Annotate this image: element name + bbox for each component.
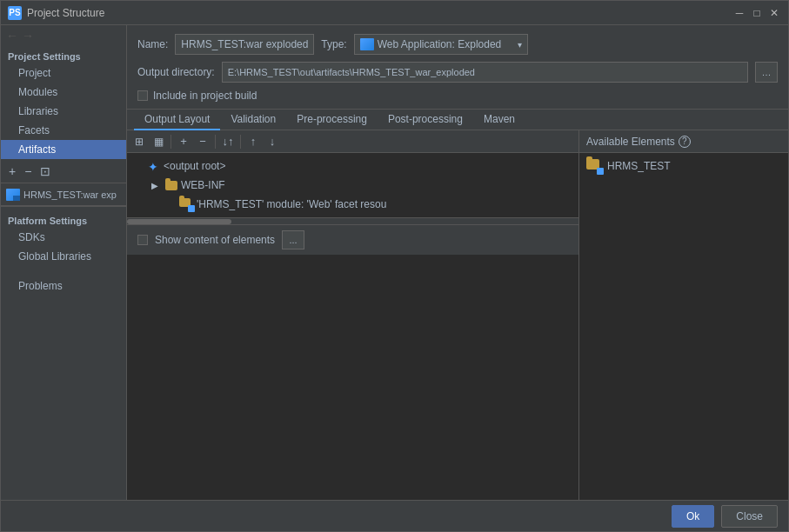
sort-btn[interactable]: ↓↑ <box>219 133 237 150</box>
tab-pre-processing[interactable]: Pre-processing <box>286 110 378 130</box>
tab-maven[interactable]: Maven <box>473 110 525 130</box>
sidebar-item-libraries[interactable]: Libraries <box>1 102 126 121</box>
sidebar-item-global-libraries[interactable]: Global Libraries <box>1 247 126 266</box>
toolbar-separator2 <box>215 135 216 149</box>
type-icon <box>360 38 374 50</box>
horizontal-scrollbar[interactable] <box>127 217 578 224</box>
sidebar-item-modules[interactable]: Modules <box>1 83 126 102</box>
show-structure-btn[interactable]: ▦ <box>150 133 167 150</box>
artifact-form: Name: Type: Web Application: Exploded ▾ … <box>127 25 788 110</box>
tree-node-output-root[interactable]: ✦ <output root> <box>127 156 578 176</box>
scrollbar-thumb <box>127 219 231 224</box>
help-icon[interactable]: ? <box>679 136 691 148</box>
sidebar-item-artifacts[interactable]: Artifacts <box>1 140 126 159</box>
artifact-item[interactable]: HRMS_TEST:war exp <box>1 183 126 206</box>
sidebar: ← → Project Settings Project Modules Lib… <box>1 25 127 500</box>
type-dropdown-arrow: ▾ <box>518 40 522 50</box>
include-build-checkbox[interactable] <box>137 90 148 101</box>
name-type-row: Name: Type: Web Application: Exploded ▾ <box>137 34 778 55</box>
output-root-icon: ✦ <box>148 160 160 172</box>
content-area: ← → Project Settings Project Modules Lib… <box>1 25 788 500</box>
tab-output-layout[interactable]: Output Layout <box>134 110 220 130</box>
module-icon <box>179 198 193 210</box>
show-content-bar: Show content of elements ... <box>127 224 578 255</box>
add-artifact-button[interactable]: + <box>6 163 18 179</box>
move-down-btn[interactable]: ↓ <box>264 133 281 150</box>
available-item-label: HRMS_TEST <box>607 160 671 172</box>
show-output-structure-btn[interactable]: ⊞ <box>130 133 148 150</box>
tree-area: ⊞ ▦ + − ↓↑ ↑ ↓ <box>127 130 788 500</box>
remove-artifact-button[interactable]: − <box>22 163 34 179</box>
add-element-btn[interactable]: + <box>175 133 192 150</box>
tab-post-processing[interactable]: Post-processing <box>378 110 473 130</box>
show-content-options-btn[interactable]: ... <box>282 230 304 249</box>
window-icon: PS <box>8 6 22 20</box>
forward-button[interactable]: → <box>22 29 34 43</box>
sidebar-item-project[interactable]: Project <box>1 63 126 83</box>
sidebar-nav-buttons: ← → <box>1 25 126 46</box>
back-button[interactable]: ← <box>6 29 18 43</box>
main-panel: Name: Type: Web Application: Exploded ▾ … <box>127 25 788 500</box>
show-content-checkbox[interactable] <box>137 235 148 245</box>
type-label: Type: <box>321 38 346 50</box>
tree-panel: ⊞ ▦ + − ↓↑ ↑ ↓ <box>127 130 579 500</box>
web-inf-label: WEB-INF <box>181 179 225 191</box>
platform-settings-section: Platform Settings SDKs Global Libraries … <box>1 206 126 296</box>
toolbar-separator <box>171 135 171 149</box>
minimize-button[interactable]: ─ <box>732 6 746 20</box>
move-up-btn[interactable]: ↑ <box>244 133 262 150</box>
artifact-icon <box>6 189 20 201</box>
tree-content: ✦ <output root> ▶ WEB-INF <box>127 153 578 217</box>
sidebar-item-sdks[interactable]: SDKs <box>1 228 126 247</box>
platform-settings-label: Platform Settings <box>1 210 126 228</box>
tree-toolbar: ⊞ ▦ + − ↓↑ ↑ ↓ <box>127 130 578 153</box>
close-button-footer[interactable]: Close <box>721 505 778 528</box>
title-bar-controls: ─ □ ✕ <box>732 6 781 20</box>
maximize-button[interactable]: □ <box>750 6 764 20</box>
copy-artifact-button[interactable]: ⊡ <box>37 163 53 179</box>
name-label: Name: <box>137 38 168 50</box>
include-build-row: Include in project build <box>137 90 778 102</box>
tree-node-web-inf[interactable]: ▶ WEB-INF <box>127 176 578 195</box>
hrms-module-label: 'HRMS_TEST' module: 'Web' facet resou <box>197 198 386 210</box>
close-button[interactable]: ✕ <box>767 6 781 20</box>
name-input[interactable] <box>175 34 314 55</box>
folder-icon-web-inf <box>165 181 177 190</box>
toolbar-separator3 <box>240 135 241 149</box>
ok-button[interactable]: Ok <box>672 505 714 528</box>
tab-validation[interactable]: Validation <box>220 110 286 130</box>
available-item-hrms-test[interactable]: HRMS_TEST <box>579 156 788 176</box>
title-bar: PS Project Structure ─ □ ✕ <box>1 1 788 25</box>
available-panel: Available Elements ? HRMS_TEST <box>579 130 788 500</box>
show-content-label: Show content of elements <box>155 234 275 246</box>
footer: Ok Close <box>1 500 788 531</box>
output-dir-input[interactable] <box>222 62 748 83</box>
output-dir-label: Output directory: <box>137 66 215 78</box>
output-root-label: <output root> <box>164 160 225 172</box>
project-settings-label: Project Settings <box>1 46 126 63</box>
available-elements-label: Available Elements <box>586 136 675 148</box>
expand-arrow-web-inf: ▶ <box>151 181 162 190</box>
artifact-name: HRMS_TEST:war exp <box>23 190 117 200</box>
sidebar-item-facets[interactable]: Facets <box>1 121 126 140</box>
artifact-toolbar: + − ⊡ <box>1 159 126 183</box>
window-title: Project Structure <box>27 7 732 19</box>
sidebar-item-problems[interactable]: Problems <box>1 276 126 296</box>
tree-node-hrms-module[interactable]: 'HRMS_TEST' module: 'Web' facet resou <box>127 195 578 214</box>
output-dir-row: Output directory: … <box>137 62 778 83</box>
type-select[interactable]: Web Application: Exploded ▾ <box>354 34 528 55</box>
available-content: HRMS_TEST <box>579 153 788 500</box>
include-build-label: Include in project build <box>153 90 257 102</box>
project-structure-window: PS Project Structure ─ □ ✕ ← → Project S… <box>0 0 789 532</box>
module-folder-icon <box>586 159 602 173</box>
tabs-bar: Output Layout Validation Pre-processing … <box>127 110 788 130</box>
available-header: Available Elements ? <box>579 130 788 153</box>
type-value: Web Application: Exploded <box>378 38 514 50</box>
browse-button[interactable]: … <box>755 62 778 83</box>
remove-element-btn[interactable]: − <box>194 133 211 150</box>
